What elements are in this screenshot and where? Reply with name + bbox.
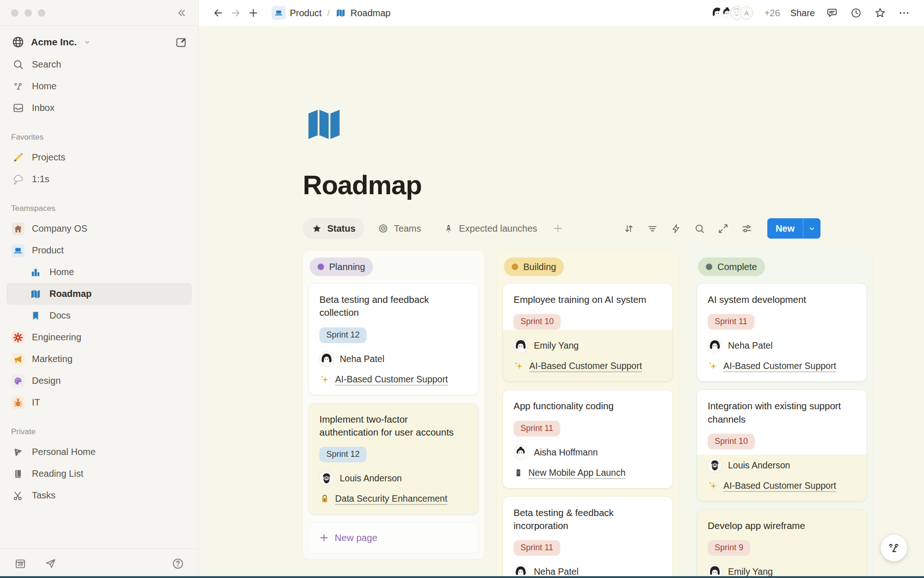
board-card[interactable]: Beta testing and feedback collectionSpri… [309,283,478,395]
search-icon[interactable] [694,223,705,234]
workspace-switcher[interactable]: Acme Inc. [6,31,192,54]
favorite-star-icon[interactable] [873,6,887,20]
board-card[interactable]: Integration with existing support channe… [697,390,867,501]
sidebar-item-label: Company OS [32,223,87,234]
history-clock-icon[interactable] [849,6,863,20]
sidebar-item-company-os[interactable]: Company OS [6,218,192,240]
back-icon[interactable] [212,6,225,19]
sprint-tag[interactable]: Sprint 10 [514,314,561,330]
sprint-tag[interactable]: Sprint 9 [708,540,750,556]
send-icon[interactable] [44,557,57,570]
sidebar-item-engineering[interactable]: Engineering [6,326,192,348]
svg-text:A: A [744,10,748,17]
phone-icon [514,468,523,478]
tune-icon[interactable] [741,223,753,234]
map-icon [29,288,43,300]
avatar-stack[interactable]: A [710,6,753,20]
avatar-overflow-count[interactable]: +26 [765,8,780,18]
view-tab-label: Status [327,223,355,234]
avatar[interactable]: A [740,6,753,20]
avatar [708,458,722,473]
tab-status[interactable]: Status [303,218,364,239]
minimize-window-button[interactable] [24,9,32,17]
sprint-tag[interactable]: Sprint 10 [708,434,755,449]
house-tile-icon [11,222,25,235]
status-dot [318,264,324,270]
status-label: Planning [329,262,365,272]
bolt-icon[interactable] [670,223,682,234]
related-page-link[interactable]: Data Security Enhancement [319,493,468,504]
sidebar-item-home[interactable]: Home [6,75,192,97]
sidebar-item-design[interactable]: Design [6,370,192,392]
sidebar-item-personal-home[interactable]: Personal Home [6,441,192,463]
sidebar-item-docs[interactable]: Docs [6,305,192,326]
sidebar-item-marketing[interactable]: Marketing [6,348,192,370]
board-card[interactable]: AI system developmentSprint 11Neha Patel… [697,283,867,381]
add-view-plus-icon[interactable] [552,223,563,234]
zoom-window-button[interactable] [38,9,45,17]
sidebar-item-search[interactable]: Search [6,54,192,75]
globe-icon [11,35,25,49]
more-options-icon[interactable] [897,6,911,20]
board-card[interactable]: Implement two-factor authentication for … [309,403,478,515]
status-badge[interactable]: Complete [698,258,765,276]
board-card[interactable]: Develop app wireframeSprint 9Emily Yang [697,510,867,578]
sprint-tag[interactable]: Sprint 11 [514,421,560,437]
sidebar-item-product[interactable]: Product [6,240,192,261]
sprint-tag[interactable]: Sprint 11 [514,540,560,556]
new-page-button[interactable]: New page [309,523,478,553]
sprint-tag[interactable]: Sprint 12 [319,327,367,343]
gear-tile-icon [11,331,25,344]
assignee-row: Louis Anderson [319,471,468,486]
related-page-link[interactable]: AI-Based Customer Support [708,361,856,371]
sidebar-item-it[interactable]: IT [6,392,192,413]
new-tab-plus-icon[interactable] [247,6,260,19]
sidebar-item-home[interactable]: Home [6,261,192,283]
compose-icon[interactable] [175,36,187,49]
sprint-tag[interactable]: Sprint 12 [319,447,367,462]
page-map-icon[interactable] [303,104,345,144]
sidebar-item-inbox[interactable]: Inbox [6,97,192,119]
related-page-label: AI-Based Customer Support [529,361,642,371]
board-card[interactable]: App functionality codingSprint 11Aisha H… [503,390,673,488]
sort-icon[interactable] [623,223,635,234]
sidebar-item-reading-list[interactable]: Reading List [6,463,192,485]
tab-teams[interactable]: Teams [369,218,430,239]
share-button[interactable]: Share [790,8,815,18]
filter-icon[interactable] [647,223,658,234]
assignee-name: Aisha Hoffmann [534,447,598,458]
sidebar-item-roadmap[interactable]: Roadmap [6,283,192,305]
related-page-link[interactable]: New Mobile App Launch [514,467,662,478]
board-card[interactable]: Beta testing & feedback incorporationSpr… [503,497,673,578]
breadcrumb-product[interactable]: Product [272,6,322,20]
new-button-chevron-icon[interactable] [803,218,820,239]
related-page-link[interactable]: AI-Based Customer Support [708,480,856,491]
status-badge[interactable]: Building [504,258,564,276]
status-badge[interactable]: Planning [310,258,373,276]
board-card[interactable]: Employee training on AI systemSprint 10E… [503,283,673,381]
expand-icon[interactable] [717,223,729,234]
forward-icon[interactable] [229,6,242,19]
related-page-link[interactable]: AI-Based Customer Support [514,361,662,371]
avatar [708,338,722,353]
sidebar-item-1-1s[interactable]: 1:1s [6,168,192,190]
traffic-lights[interactable] [11,9,45,17]
close-window-button[interactable] [11,9,18,17]
new-button[interactable]: New [767,218,820,239]
calendar-icon[interactable]: 28 [14,557,27,570]
related-page-link[interactable]: AI-Based Customer Support [319,374,468,385]
sprint-tag[interactable]: Sprint 11 [708,314,754,330]
tab-expected-launches[interactable]: Expected launches [434,218,546,239]
comments-icon[interactable] [825,6,839,20]
new-button-label[interactable]: New [767,218,803,239]
card-title: Develop app wireframe [708,519,856,532]
sidebar-item-label: Marketing [32,354,73,364]
sidebar-collapse-icon[interactable] [175,7,187,19]
inbox-icon [11,102,25,114]
workspace-name: Acme Inc. [31,37,77,48]
sidebar-item-tasks[interactable]: Tasks [6,485,192,506]
breadcrumb-roadmap[interactable]: Roadmap [335,7,391,18]
notion-ai-button[interactable] [881,535,907,561]
sidebar-item-projects[interactable]: Projects [6,147,192,168]
help-icon[interactable] [171,557,184,570]
